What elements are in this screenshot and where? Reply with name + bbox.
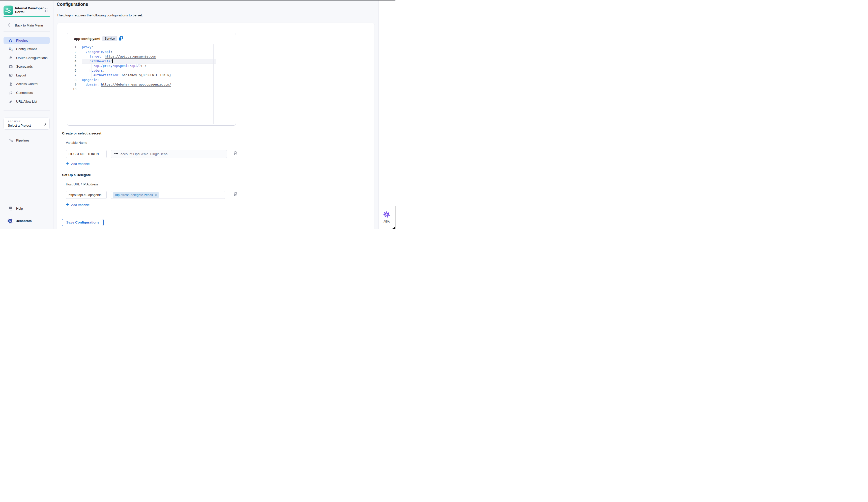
user-menu[interactable]: D Debabrata xyxy=(3,217,50,224)
sidebar-item-configurations[interactable]: ⚙⚙ Configurations xyxy=(3,46,50,53)
code-line[interactable]: target: https://api.us.opsgenie.com xyxy=(82,54,216,59)
sidebar-item-label: Scorecards xyxy=(16,64,33,68)
editor-scroll-track[interactable] xyxy=(213,44,214,124)
sidebar-item-layout[interactable]: Layout xyxy=(3,72,50,79)
code-line[interactable]: opsgenie: xyxy=(82,78,216,82)
sidebar-item-label: Layout xyxy=(16,73,26,77)
sidebar-item-label: OAuth Configurations xyxy=(16,56,48,60)
app-switcher-grid-icon[interactable] xyxy=(43,8,48,14)
trash-icon[interactable] xyxy=(233,151,238,156)
service-badge: Service xyxy=(102,36,117,41)
sidebar-item-connectors[interactable]: Connectors xyxy=(3,89,50,96)
split-arrow-icon xyxy=(9,91,13,95)
variable-name-label: Variable Name xyxy=(66,141,87,145)
sidebar-item-oauth-configurations[interactable]: OAuth Configurations xyxy=(3,54,50,61)
add-variable-label: Add Variable xyxy=(71,162,90,166)
pipeline-nodes-icon xyxy=(9,138,13,143)
brand-logo-icon xyxy=(3,6,13,15)
sidebar-item-access-control[interactable]: Access Control xyxy=(3,81,50,88)
plus-icon xyxy=(66,162,69,166)
copy-icon[interactable] xyxy=(118,36,123,42)
add-variable-button[interactable]: Add Variable xyxy=(66,162,90,166)
sidebar-item-label: Connectors xyxy=(16,91,33,95)
svg-text:?: ? xyxy=(10,207,11,209)
lock-icon xyxy=(9,55,13,60)
secret-reference-field[interactable]: account.OpsGenie_PluginDeba xyxy=(111,150,227,158)
sidebar: Internal Developer Portal Back to Main M… xyxy=(0,0,53,229)
code-line[interactable]: Authorization: GenieKey ${OPSGENIE_TOKEN… xyxy=(82,73,216,78)
add-variable-label: Add Variable xyxy=(71,203,90,207)
back-to-main-menu[interactable]: Back to Main Menu xyxy=(3,22,50,29)
back-to-main-menu-label: Back to Main Menu xyxy=(15,23,43,27)
yaml-editor-card: app-config.yaml Service 12345678910 prox… xyxy=(67,33,236,126)
chat-question-icon: ? xyxy=(9,206,13,211)
sidebar-item-label: Pipelines xyxy=(16,139,30,142)
sidebar-item-scorecards[interactable]: Scorecards xyxy=(3,63,50,70)
trash-icon[interactable] xyxy=(233,192,238,196)
chip-close-icon[interactable]: ✕ xyxy=(155,194,157,196)
host-url-label: Host URL / IP Address xyxy=(66,182,99,186)
page-description: The plugin requires the following config… xyxy=(57,13,143,17)
indent-guide xyxy=(84,50,84,87)
layout-icon xyxy=(9,73,13,78)
save-configurations-button[interactable]: Save Configurations xyxy=(62,219,104,226)
avatar: D xyxy=(8,218,13,224)
delegate-tag-label: idp-stress-delegate-zeaak xyxy=(115,193,153,197)
editor-gutter: 12345678910 xyxy=(67,45,76,92)
sidebar-item-label: Access Control xyxy=(16,82,38,86)
sidebar-item-label: Help xyxy=(16,207,23,211)
window-right-edge xyxy=(395,206,395,224)
code-line[interactable]: domain: https://debaharness.app.opsgenie… xyxy=(82,82,216,87)
editor-code[interactable]: proxy: /opsgenie/api: target: https://ap… xyxy=(82,45,216,92)
sidebar-item-plugins[interactable]: Plugins xyxy=(3,37,50,44)
code-line[interactable]: /api/proxy/opsgenie/api/?: / xyxy=(82,64,216,68)
sidebar-item-pipelines[interactable]: Pipelines xyxy=(3,137,50,144)
sidebar-item-label: URL Allow List xyxy=(16,100,37,103)
sidebar-item-help[interactable]: ? Help xyxy=(3,205,50,212)
user-name: Debabrata xyxy=(16,219,32,223)
delegate-tag-chip: idp-stress-delegate-zeaak ✕ xyxy=(113,192,159,198)
text-cursor xyxy=(112,59,113,63)
variable-name-input[interactable]: OPSGENIE_TOKEN xyxy=(66,150,107,158)
secret-section-heading: Create or select a secret xyxy=(62,131,101,135)
sidebar-nav: Plugins ⚙⚙ Configurations OAuth Configur… xyxy=(3,37,50,107)
indent-guide xyxy=(88,54,88,78)
delegate-section-heading: Set Up a Delegate xyxy=(62,173,91,177)
project-label: PROJECT xyxy=(8,120,21,123)
code-line[interactable]: headers: xyxy=(82,68,216,73)
project-value: Select a Project xyxy=(8,124,31,127)
sidebar-item-label: Plugins xyxy=(16,39,28,42)
add-variable-button[interactable]: Add Variable xyxy=(66,203,90,207)
aida-pinwheel-icon xyxy=(383,211,390,219)
page-title: Configurations xyxy=(57,2,88,7)
right-rail-divider xyxy=(378,0,379,229)
arrow-left-icon xyxy=(8,23,12,28)
project-selector[interactable]: PROJECT Select a Project xyxy=(3,117,50,130)
editor-filename: app-config.yaml xyxy=(74,37,100,41)
code-line[interactable]: /opsgenie/api: xyxy=(82,50,216,54)
gears-icon: ⚙⚙ xyxy=(9,47,13,51)
scorecard-icon xyxy=(9,64,13,69)
puzzle-icon xyxy=(9,38,13,43)
secret-reference-value: account.OpsGenie_PluginDeba xyxy=(121,152,167,156)
app-root: Internal Developer Portal Back to Main M… xyxy=(0,0,395,229)
right-rail xyxy=(379,0,395,229)
chain-link-icon xyxy=(9,99,13,104)
key-icon xyxy=(114,151,118,157)
config-panel: app-config.yaml Service 12345678910 prox… xyxy=(57,23,375,229)
code-line[interactable]: pathRewrite: xyxy=(82,59,216,64)
code-line[interactable]: proxy: xyxy=(82,45,216,50)
sidebar-item-label: Configurations xyxy=(16,47,37,51)
brand-accent-rule xyxy=(3,16,50,17)
sidebar-item-url-allow-list[interactable]: URL Allow List xyxy=(3,98,50,105)
code-line[interactable] xyxy=(82,87,216,92)
chevron-right-icon xyxy=(44,122,46,127)
brand-title: Internal Developer Portal xyxy=(15,6,44,14)
person-icon xyxy=(9,82,13,86)
window-top-edge xyxy=(0,0,395,0)
plus-icon xyxy=(66,203,69,207)
host-url-input[interactable]: https://api.eu.opsgenie. xyxy=(66,191,107,199)
sidebar-divider xyxy=(3,31,50,32)
delegate-tag-field[interactable]: idp-stress-delegate-zeaak ✕ xyxy=(111,191,225,199)
